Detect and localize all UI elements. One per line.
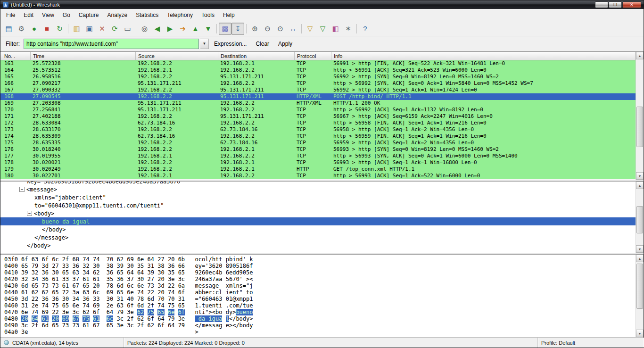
packet-row[interactable]: 16325.572328192.168.2.2192.168.2.1TCP569…	[0, 60, 636, 67]
packet-row[interactable]: 16727.090332192.168.2.295.131.171.211TCP…	[0, 87, 636, 93]
status-profile[interactable]: Profile: Default	[538, 338, 644, 348]
collapse-minus-icon[interactable]: −	[27, 211, 32, 216]
packet-row[interactable]: 16526.958516192.168.2.295.131.171.211TCP…	[0, 74, 636, 80]
detail-line[interactable]: −<message>	[0, 185, 636, 193]
detail-line[interactable]: xmlns="jabber:client"	[0, 193, 636, 201]
packet-row[interactable]: 16627.09021795.131.171.211192.168.2.2TCP…	[0, 80, 636, 87]
minimize-button[interactable]: –	[595, 1, 608, 8]
packet-row[interactable]: 17930.020249192.168.2.2192.168.2.1HTTPGE…	[0, 166, 636, 173]
hex-row[interactable]: 04503d 22 36 36 30 34 36 33 30 31 40 78 …	[4, 296, 636, 302]
column-header-no[interactable]: No. .	[0, 52, 31, 60]
menu-file[interactable]: File	[2, 10, 19, 20]
capture-options-button[interactable]: ⚙	[15, 23, 28, 35]
menu-edit[interactable]: Edit	[19, 10, 38, 20]
hex-row[interactable]: 040065 79 3d 27 33 36 32 30 38 39 30 35 …	[4, 263, 636, 269]
close-button[interactable]: ✕	[622, 1, 641, 8]
scrollbar-thumb[interactable]	[636, 206, 643, 233]
capture-restart-button[interactable]: ↻	[53, 23, 66, 35]
list-interfaces-button[interactable]: ▤	[2, 23, 15, 35]
resize-columns-button[interactable]: ↔	[287, 23, 299, 35]
reload-file-button[interactable]: ⟳	[108, 23, 121, 35]
capture-filters-button[interactable]: ▽	[304, 23, 316, 35]
hex-scrollbar[interactable]: ▲ ▼	[636, 255, 644, 337]
filter-input[interactable]	[24, 39, 199, 49]
menu-statistics[interactable]: Statistics	[132, 10, 163, 20]
close-file-button[interactable]: ✕	[96, 23, 108, 35]
auto-scroll-button[interactable]: ↧	[231, 23, 244, 35]
hex-row[interactable]: 044061 62 62 65 72 3a 63 6c 69 65 6e 74 …	[4, 289, 636, 296]
go-first-button[interactable]: ▲	[189, 23, 202, 35]
go-last-button[interactable]: ▼	[202, 23, 215, 35]
packet-row[interactable]: 16927.20330895.131.171.211192.168.2.2HTT…	[0, 100, 636, 107]
column-header-protocol[interactable]: Protocol	[295, 52, 331, 60]
detail-line[interactable]: </body>	[0, 225, 636, 233]
coloring-rules-button[interactable]: ◧	[329, 23, 342, 35]
scrollbar-thumb[interactable]	[636, 264, 643, 309]
scroll-down-icon[interactable]: ▼	[636, 245, 644, 253]
hex-row[interactable]: 04306d 65 73 73 61 67 65 20 78 6d 6c 6e …	[4, 282, 636, 289]
filter-dropdown-button[interactable]: ▼	[200, 39, 209, 49]
colorize-list-button[interactable]: ▩	[219, 23, 231, 35]
go-to-packet-button[interactable]: ➔	[176, 23, 189, 35]
hex-row[interactable]: 04a03e >	[4, 329, 636, 335]
packet-row[interactable]: 17528.635335192.168.2.262.73.184.16TCP56…	[0, 140, 636, 146]
detail-line[interactable]: key='36208905186f9260ec4b6edd905e246a37a…	[0, 182, 636, 185]
hex-row[interactable]: 03f06f 63 6f 6c 2f 68 74 74 70 62 69 6e …	[4, 256, 636, 263]
capture-stop-button[interactable]: ■	[41, 23, 53, 35]
menu-go[interactable]: Go	[58, 10, 74, 20]
packet-row[interactable]: 18030.022701192.168.2.1192.168.2.2TCPhtt…	[0, 173, 636, 179]
packet-row[interactable]: 17027.25684195.131.171.211192.168.2.2TCP…	[0, 107, 636, 113]
go-forward-button[interactable]: ▶	[164, 23, 176, 35]
apply-button[interactable]: Apply	[274, 39, 296, 49]
detail-line[interactable]: to="66046301@xmpp11.tuenti.com/tuenti"	[0, 201, 636, 209]
column-header-destination[interactable]: Destination	[218, 52, 295, 60]
packet-row[interactable]: 17127.402188192.168.2.295.131.171.211TCP…	[0, 113, 636, 120]
column-header-time[interactable]: Time	[31, 52, 136, 60]
zoom-normal-button[interactable]: ⊙	[274, 23, 287, 35]
find-packet-button[interactable]: ◎	[138, 23, 151, 35]
detail-line[interactable]: −<body>	[0, 209, 636, 217]
hex-row[interactable]: 046031 2e 74 75 65 6e 74 69 2e 63 6f 6d …	[4, 302, 636, 309]
menu-view[interactable]: View	[38, 10, 58, 20]
packet-row[interactable]: 16827.090545192.168.2.295.131.171.211HTT…	[0, 93, 636, 100]
hex-row[interactable]: 041039 32 36 30 65 63 34 62 36 65 64 64 …	[4, 269, 636, 276]
menu-analyze[interactable]: Analyze	[103, 10, 132, 20]
menu-help[interactable]: Help	[219, 10, 239, 20]
scrollbar-thumb[interactable]	[636, 107, 643, 147]
scroll-up-icon[interactable]: ▲	[636, 255, 644, 262]
packet-list-scrollbar[interactable]: ▲ ▼	[636, 52, 644, 180]
scroll-up-icon[interactable]: ▲	[636, 52, 644, 59]
menu-telephony[interactable]: Telephony	[163, 10, 197, 20]
packet-row[interactable]: 17428.63530962.73.184.16192.168.2.2TCPht…	[0, 133, 636, 140]
collapse-minus-icon[interactable]: −	[19, 187, 25, 192]
packet-row[interactable]: 17730.019955192.168.2.1192.168.2.2TCPhtt…	[0, 153, 636, 159]
hex-row[interactable]: 042032 34 36 61 33 37 61 61 35 36 37 30 …	[4, 276, 636, 282]
clear-button[interactable]: Clear	[252, 39, 273, 49]
packet-row[interactable]: 17830.020021192.168.2.2192.168.2.1TCP569…	[0, 159, 636, 166]
scroll-down-icon[interactable]: ▼	[636, 330, 644, 337]
expression-button[interactable]: Expression...	[210, 39, 250, 49]
scroll-up-icon[interactable]: ▲	[636, 182, 644, 189]
menu-tools[interactable]: Tools	[197, 10, 219, 20]
detail-line[interactable]: </body>	[0, 241, 636, 249]
preferences-button[interactable]: ✶	[342, 23, 355, 35]
open-file-button[interactable]: ▥	[70, 23, 83, 35]
save-file-button[interactable]: ▣	[83, 23, 96, 35]
print-button[interactable]: ▭	[121, 23, 134, 35]
help-button[interactable]: ?	[359, 23, 372, 35]
column-header-source[interactable]: Source	[136, 52, 218, 60]
expert-info-icon[interactable]	[4, 340, 9, 345]
detail-line[interactable]: bueno da igual	[0, 217, 636, 225]
display-filters-button[interactable]: ▽	[316, 23, 329, 35]
column-header-info[interactable]: Info	[331, 52, 636, 60]
title-bar[interactable]: (Untitled) - Wireshark –❐✕	[0, 0, 644, 9]
scroll-down-icon[interactable]: ▼	[636, 172, 644, 180]
zoom-out-button[interactable]: ⊖	[261, 23, 274, 35]
hex-row[interactable]: 048020 64 61 20 69 67 75 61 6c 3c 2f 62 …	[4, 315, 636, 322]
menu-capture[interactable]: Capture	[74, 10, 103, 20]
maximize-button[interactable]: ❐	[609, 1, 622, 8]
hex-row[interactable]: 04706e 74 69 22 3e 3c 62 6f 64 79 3e 62 …	[4, 309, 636, 315]
packet-row[interactable]: 17328.633170192.168.2.262.73.184.16TCP56…	[0, 126, 636, 133]
go-back-button[interactable]: ◀	[151, 23, 164, 35]
details-scrollbar[interactable]: ▲ ▼	[636, 182, 644, 253]
